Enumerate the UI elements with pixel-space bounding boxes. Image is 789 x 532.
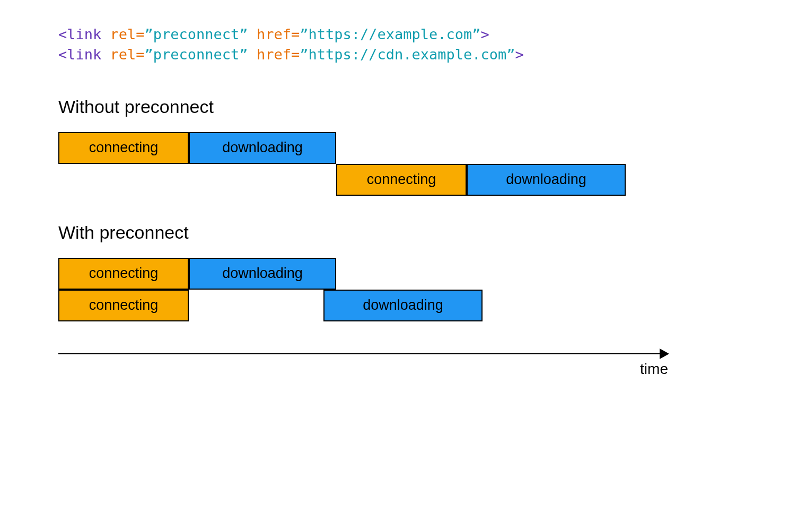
token-attr-rel: rel=	[101, 46, 144, 63]
token-attr-rel: rel=	[101, 26, 144, 42]
timeline-row: connectingdownloading	[58, 290, 626, 321]
arrow-right-icon	[660, 348, 669, 359]
token-tag-close: >	[481, 26, 489, 42]
bar-connecting: connecting	[58, 132, 189, 164]
bar-connecting: connecting	[58, 290, 189, 321]
timeline-row: connectingdownloading	[58, 258, 626, 290]
token-tag-open: <link	[58, 46, 101, 63]
token-tag-open: <link	[58, 26, 101, 42]
axis-label: time	[640, 361, 668, 378]
token-value-rel: ”preconnect”	[145, 46, 248, 63]
section-title-with: With preconnect	[58, 222, 731, 243]
token-value-href: ”https://cdn.example.com”	[300, 46, 515, 63]
timeline-with: connectingdownloadingconnectingdownloadi…	[58, 258, 626, 321]
axis-line	[58, 353, 668, 354]
token-attr-href: href=	[248, 46, 300, 63]
token-attr-href: href=	[248, 26, 300, 42]
bar-downloading: downloading	[467, 164, 626, 196]
bar-connecting: connecting	[336, 164, 467, 196]
timeline-row: connectingdownloading	[58, 132, 626, 164]
code-snippet: <link rel=”preconnect” href=”https://exa…	[58, 24, 731, 65]
code-line-2: <link rel=”preconnect” href=”https://cdn…	[58, 45, 731, 65]
section-title-without: Without preconnect	[58, 97, 731, 117]
bar-downloading: downloading	[189, 132, 336, 164]
token-value-rel: ”preconnect”	[145, 26, 248, 42]
timeline-row: connectingdownloading	[58, 164, 626, 196]
token-value-href: ”https://example.com”	[300, 26, 480, 42]
timeline-without: connectingdownloadingconnectingdownloadi…	[58, 132, 626, 196]
bar-downloading: downloading	[323, 290, 483, 321]
bar-connecting: connecting	[58, 258, 189, 290]
time-axis: time	[58, 353, 668, 354]
code-line-1: <link rel=”preconnect” href=”https://exa…	[58, 24, 731, 45]
bar-downloading: downloading	[189, 258, 336, 290]
token-tag-close: >	[515, 46, 524, 63]
